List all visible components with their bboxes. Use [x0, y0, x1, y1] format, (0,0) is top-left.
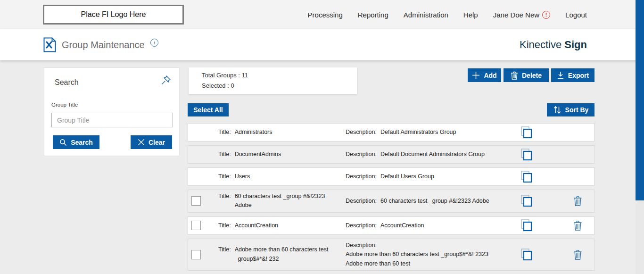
total-groups-count: Total Groups : 11: [202, 72, 357, 79]
row-title-value: Administrators: [235, 128, 272, 137]
search-panel: Search Group Title Search Clear: [44, 67, 180, 156]
row-description-cell: Description:Default Administrators Group: [346, 128, 520, 137]
export-button-label: Export: [568, 72, 589, 79]
copy-icon[interactable]: [520, 126, 533, 139]
download-icon: [557, 71, 564, 79]
sort-by-label: Sort By: [565, 106, 589, 114]
row-checkbox[interactable]: [191, 250, 201, 259]
user-name-label: Jane Doe New: [493, 11, 539, 19]
selected-count: Selected : 0: [202, 82, 357, 89]
row-title-cell: Title:Adobe more than 60 characters test…: [218, 245, 346, 264]
copy-icon[interactable]: [520, 194, 533, 208]
page-title: Group Maintenance: [62, 40, 145, 50]
row-description-value: Default Users Group: [380, 172, 434, 181]
search-button[interactable]: Search: [53, 135, 99, 149]
title-label: Title:: [218, 128, 231, 137]
nav-processing[interactable]: Processing: [308, 11, 343, 19]
trash-icon[interactable]: [573, 220, 582, 231]
alert-icon: !: [542, 11, 550, 19]
delete-button[interactable]: Delete: [504, 68, 549, 82]
row-description-cell: Description:Default Users Group: [346, 172, 520, 181]
search-icon: [59, 139, 67, 146]
clear-button-label: Clear: [149, 139, 165, 146]
scrollbar-thumb[interactable]: [636, 0, 644, 200]
description-label: Description:: [346, 150, 377, 159]
main-nav: Processing Reporting Administration Help…: [308, 0, 587, 29]
nav-reporting[interactable]: Reporting: [358, 11, 388, 19]
row-description-cell: Description:Default Document Administrat…: [346, 150, 520, 159]
row-description-value: 60 characters test _group #&!2323 Adobe: [380, 197, 489, 206]
fi-logo-text: Place FI Logo Here: [81, 10, 146, 19]
row-checkbox[interactable]: [191, 196, 201, 206]
table-row: Title:DocumentAdmins Description:Default…: [188, 145, 594, 164]
row-description-value: Adobe more than 60 characters test _grou…: [346, 250, 489, 268]
nav-administration[interactable]: Administration: [404, 11, 448, 19]
copy-icon[interactable]: [520, 248, 533, 261]
row-description-value: Default Document Administrators Group: [380, 150, 485, 159]
add-button-label: Add: [484, 72, 496, 79]
row-title-value: AccountCreation: [235, 221, 278, 230]
copy-icon[interactable]: [520, 219, 533, 232]
row-title-cell: Title:60 characters test _group #&!2323 …: [218, 192, 346, 210]
row-description-cell: Description:60 characters test _group #&…: [346, 197, 520, 206]
fi-logo-placeholder: Place FI Logo Here: [43, 5, 184, 25]
row-description-cell: Description:Adobe more than 60 character…: [346, 241, 520, 268]
select-all-button[interactable]: Select All: [188, 103, 229, 116]
summary-box: Total Groups : 11 Selected : 0: [189, 67, 357, 94]
row-title-value: Users: [235, 172, 250, 181]
add-button[interactable]: Add: [468, 68, 501, 82]
row-title-value: 60 characters test _group #&!2323 Adobe: [235, 192, 329, 210]
close-icon: [138, 139, 145, 146]
trash-icon[interactable]: [573, 249, 582, 260]
row-title-value: DocumentAdmins: [235, 150, 281, 159]
row-title-cell: Title:Administrators: [218, 128, 346, 137]
description-label: Description:: [346, 172, 377, 181]
pin-icon[interactable]: [160, 75, 172, 86]
table-row: Title:60 characters test _group #&!2323 …: [188, 190, 594, 213]
sort-icon: [553, 106, 561, 114]
nav-help[interactable]: Help: [463, 11, 478, 19]
row-title-cell: Title:Users: [218, 172, 346, 181]
scrollbar-track[interactable]: [636, 0, 644, 274]
table-row: Title:Adobe more than 60 characters test…: [188, 239, 594, 271]
brand-product: Sign: [564, 39, 587, 51]
nav-logout[interactable]: Logout: [565, 11, 587, 19]
description-label: Description:: [346, 241, 377, 250]
description-label: Description:: [346, 221, 377, 230]
table-row: Title:Users Description:Default Users Gr…: [188, 167, 594, 186]
row-title-cell: Title:AccountCreation: [218, 221, 346, 230]
trash-icon[interactable]: [573, 196, 582, 206]
group-maintenance-icon: [43, 37, 56, 52]
delete-button-label: Delete: [522, 72, 542, 79]
brand-name: Kinective: [520, 39, 561, 51]
trash-icon: [511, 71, 518, 80]
brand-logo: Kinective Sign: [520, 29, 587, 60]
copy-icon[interactable]: [520, 148, 533, 161]
clear-button[interactable]: Clear: [131, 135, 172, 149]
export-button[interactable]: Export: [551, 68, 594, 82]
sort-by-button[interactable]: Sort By: [547, 103, 594, 116]
group-title-input[interactable]: [51, 113, 173, 127]
table-row: Title:Administrators Description:Default…: [188, 123, 594, 141]
nav-user-menu[interactable]: Jane Doe New !: [493, 11, 550, 19]
description-label: Description:: [346, 197, 377, 206]
page-header-bar: Group Maintenance i Kinective Sign: [0, 29, 644, 60]
title-label: Title:: [218, 150, 231, 159]
select-all-label: Select All: [193, 106, 223, 114]
row-description-value: AccountCreation: [380, 221, 424, 230]
row-checkbox[interactable]: [191, 221, 201, 230]
copy-icon[interactable]: [520, 170, 533, 183]
row-title-value: Adobe more than 60 characters test _grou…: [235, 245, 329, 264]
row-title-cell: Title:DocumentAdmins: [218, 150, 346, 159]
title-label: Title:: [218, 221, 231, 230]
group-title-label: Group Title: [51, 102, 78, 108]
title-label: Title:: [218, 192, 231, 201]
table-row: Title:AccountCreation Description:Accoun…: [188, 216, 594, 235]
description-label: Description:: [346, 128, 377, 137]
top-bar: Place FI Logo Here Processing Reporting …: [0, 0, 644, 29]
row-description-value: Default Administrators Group: [380, 128, 456, 137]
group-list: Title:Administrators Description:Default…: [188, 123, 594, 274]
info-icon[interactable]: i: [150, 39, 158, 47]
row-description-cell: Description:AccountCreation: [346, 221, 520, 230]
plus-icon: [472, 71, 480, 79]
